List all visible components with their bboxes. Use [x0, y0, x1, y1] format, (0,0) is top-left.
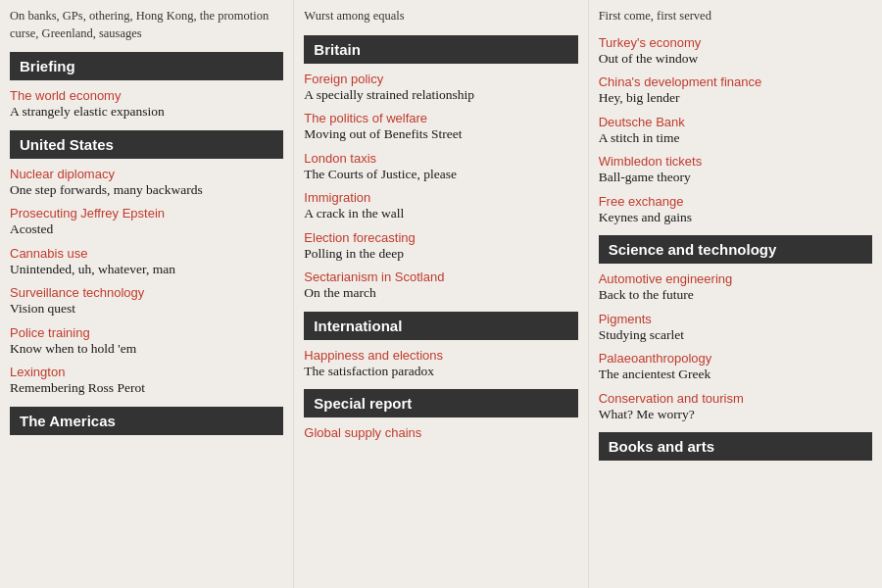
article-title: A specially strained relationship: [304, 86, 577, 104]
article-category[interactable]: Global supply chains: [304, 425, 577, 440]
article-title: A stitch in time: [599, 129, 872, 147]
article-item: The world economy A strangely elastic ex…: [10, 88, 283, 121]
article-item: Election forecasting Polling in the deep: [304, 230, 577, 263]
article-title: A crack in the wall: [304, 205, 577, 222]
section-header-us: United States: [10, 130, 283, 159]
article-item: Prosecuting Jeffrey Epstein Acosted: [10, 206, 283, 238]
section-header-special-report: Special report: [304, 389, 577, 417]
article-category[interactable]: London taxis: [304, 151, 577, 166]
article-category[interactable]: Sectarianism in Scotland: [304, 270, 577, 284]
article-title: The satisfaction paradox: [304, 363, 577, 380]
article-title: Moving out of Benefits Street: [304, 125, 577, 143]
article-category[interactable]: Prosecuting Jeffrey Epstein: [10, 206, 283, 220]
article-item: Pigments Studying scarlet: [599, 312, 872, 344]
article-title: Back to the future: [599, 286, 872, 304]
article-category[interactable]: Election forecasting: [304, 230, 577, 245]
article-item: Cannabis use Unintended, uh, whatever, m…: [10, 246, 283, 278]
article-title: Unintended, uh, whatever, man: [10, 261, 283, 278]
article-category[interactable]: Wimbledon tickets: [599, 154, 872, 169]
article-category[interactable]: Police training: [10, 325, 283, 340]
article-category[interactable]: Surveillance technology: [10, 285, 283, 300]
column-1: On banks, GPs, othering, Hong Kong, the …: [0, 0, 294, 588]
article-item: London taxis The Courts of Justice, plea…: [304, 151, 577, 183]
article-title: Ball-game theory: [599, 169, 872, 186]
article-title: Vision quest: [10, 300, 283, 318]
article-title: A strangely elastic expansion: [10, 103, 283, 121]
article-item: Turkey's economy Out of the window: [599, 35, 872, 68]
article-item: Sectarianism in Scotland On the march: [304, 270, 577, 302]
article-item: Global supply chains: [304, 425, 577, 440]
article-item: Conservation and tourism What? Me worry?: [599, 391, 872, 423]
column-2: Wurst among equals Britain Foreign polic…: [294, 0, 588, 588]
article-item: Surveillance technology Vision quest: [10, 285, 283, 318]
article-category[interactable]: Nuclear diplomacy: [10, 167, 283, 181]
article-category[interactable]: China's development finance: [599, 74, 872, 89]
article-category[interactable]: Automotive engineering: [599, 271, 872, 286]
article-category[interactable]: The world economy: [10, 88, 283, 103]
article-item: The politics of welfare Moving out of Be…: [304, 111, 577, 143]
article-title: On the march: [304, 284, 577, 302]
article-item: Palaeoanthropology The ancientest Greek: [599, 351, 872, 383]
section-header-international: International: [304, 312, 577, 340]
article-category[interactable]: Happiness and elections: [304, 348, 577, 363]
article-item: Happiness and elections The satisfaction…: [304, 348, 577, 380]
article-title: Remembering Ross Perot: [10, 379, 283, 397]
article-category[interactable]: Conservation and tourism: [599, 391, 872, 406]
article-category[interactable]: Cannabis use: [10, 246, 283, 261]
article-title: The Courts of Justice, please: [304, 166, 577, 183]
section-header-britain: Britain: [304, 35, 577, 64]
article-category[interactable]: Pigments: [599, 312, 872, 326]
section-header-science: Science and technology: [599, 235, 872, 264]
article-item: Nuclear diplomacy One step forwards, man…: [10, 167, 283, 199]
article-category[interactable]: Foreign policy: [304, 72, 577, 86]
article-title: Know when to hold 'em: [10, 340, 283, 358]
column-3: First come, first served Turkey's econom…: [589, 0, 882, 588]
article-item: Lexington Remembering Ross Perot: [10, 365, 283, 397]
article-title: Keynes and gains: [599, 209, 872, 226]
article-title: Polling in the deep: [304, 245, 577, 263]
col1-intro: On banks, GPs, othering, Hong Kong, the …: [10, 8, 283, 42]
article-title: Acosted: [10, 220, 283, 238]
article-item: Wimbledon tickets Ball-game theory: [599, 154, 872, 186]
article-category[interactable]: Lexington: [10, 365, 283, 379]
article-title: The ancientest Greek: [599, 366, 872, 383]
article-title: What? Me worry?: [599, 406, 872, 423]
article-item: Police training Know when to hold 'em: [10, 325, 283, 358]
article-category[interactable]: Turkey's economy: [599, 35, 872, 50]
article-item: Deutsche Bank A stitch in time: [599, 115, 872, 147]
section-header-americas: The Americas: [10, 407, 283, 435]
article-title: One step forwards, many backwards: [10, 181, 283, 199]
article-item: China's development finance Hey, big len…: [599, 74, 872, 107]
col3-intro: First come, first served: [599, 8, 872, 25]
article-category[interactable]: Immigration: [304, 190, 577, 205]
page: On banks, GPs, othering, Hong Kong, the …: [0, 0, 882, 588]
columns-container: On banks, GPs, othering, Hong Kong, the …: [0, 0, 882, 588]
article-title: Out of the window: [599, 50, 872, 68]
article-category[interactable]: Palaeoanthropology: [599, 351, 872, 366]
article-category[interactable]: The politics of welfare: [304, 111, 577, 125]
article-title: Hey, big lender: [599, 89, 872, 107]
article-item: Foreign policy A specially strained rela…: [304, 72, 577, 104]
article-title: Studying scarlet: [599, 326, 872, 344]
article-item: Automotive engineering Back to the futur…: [599, 271, 872, 304]
article-category[interactable]: Free exchange: [599, 194, 872, 209]
article-item: Free exchange Keynes and gains: [599, 194, 872, 226]
article-category[interactable]: Deutsche Bank: [599, 115, 872, 129]
section-header-briefing: Briefing: [10, 52, 283, 80]
col2-intro: Wurst among equals: [304, 8, 577, 25]
section-header-books: Books and arts: [599, 432, 872, 461]
article-item: Immigration A crack in the wall: [304, 190, 577, 222]
